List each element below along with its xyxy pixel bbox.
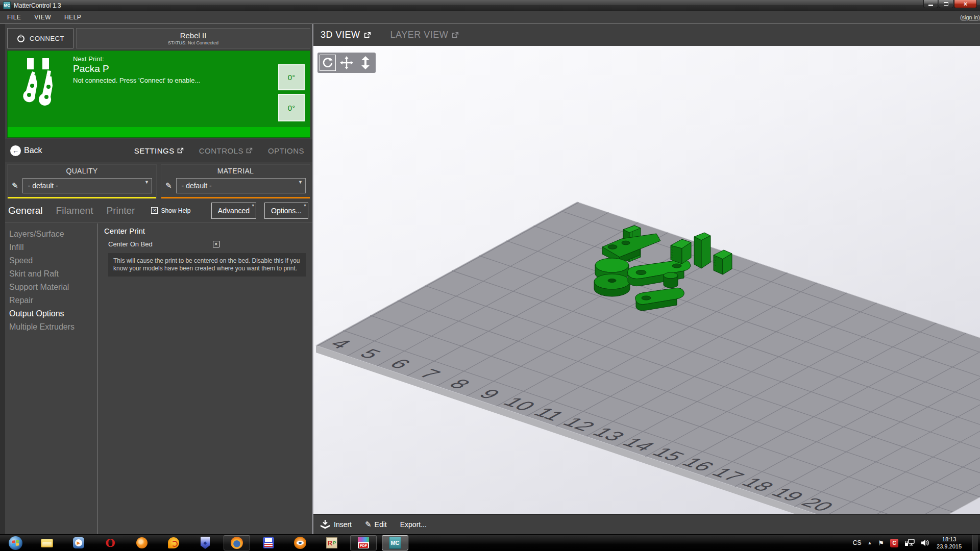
printer-selector[interactable]: Rebel II STATUS: Not Connected — [76, 28, 310, 48]
category-list: Layers/Surface Infill Speed Skirt and Ra… — [5, 222, 97, 534]
category-speed[interactable]: Speed — [8, 254, 97, 267]
title-bar[interactable]: MC MatterControl 1.3 × — [0, 0, 980, 11]
extruder-temp-indicator[interactable]: 0° — [278, 64, 305, 90]
insert-button[interactable]: Insert — [320, 519, 352, 530]
category-layers-surface[interactable]: Layers/Surface — [8, 228, 97, 241]
tab-layer-view[interactable]: LAYER VIEW — [390, 30, 459, 40]
start-button[interactable] — [2, 535, 29, 550]
folder-icon — [41, 539, 53, 547]
printer-name: Rebel II — [180, 31, 207, 40]
category-detail: Center Print Center On Bed × This will c… — [98, 222, 312, 534]
taskbar-opera-button[interactable]: O — [97, 535, 124, 550]
print-bed-scene: 4 5 6 7 8 9 10 11 12 13 14 15 16 — [313, 46, 980, 514]
viewport-3d[interactable]: 4 5 6 7 8 9 10 11 12 13 14 15 16 — [313, 46, 980, 514]
taskbar-mattercontrol-button[interactable]: MC — [382, 535, 408, 550]
connect-label: CONNECT — [30, 35, 64, 42]
taskbar-blender-button[interactable] — [287, 535, 313, 550]
menu-view[interactable]: VIEW — [34, 14, 51, 21]
edit-material-icon[interactable]: ✎ — [165, 181, 172, 190]
options-button[interactable]: Options... ▼ — [264, 203, 308, 219]
connect-button[interactable]: CONNECT — [7, 28, 74, 48]
taskbar-explorer-button[interactable] — [34, 535, 60, 550]
layer-view-label: LAYER VIEW — [390, 30, 449, 40]
repetier-cube-icon: RP — [326, 537, 337, 548]
show-desktop-button[interactable] — [972, 535, 978, 551]
quality-dropdown[interactable]: - default - ▼ — [22, 178, 152, 193]
antivirus-shield-icon[interactable]: C — [890, 539, 898, 547]
volume-icon[interactable] — [921, 539, 929, 547]
scale-tool-button[interactable] — [357, 55, 374, 71]
taskbar-clock[interactable]: 18:13 23.9.2015 — [937, 536, 962, 550]
menu-help[interactable]: HELP — [64, 14, 81, 21]
taskbar-save-app-button[interactable] — [255, 535, 282, 550]
play-icon: ▶ — [75, 539, 82, 546]
tab-general[interactable]: General — [8, 205, 43, 216]
rotate-tool-button[interactable] — [320, 55, 336, 71]
minimize-icon — [928, 5, 933, 6]
checkbox-checked-icon[interactable]: × — [151, 207, 158, 214]
category-skirt-raft[interactable]: Skirt and Raft — [8, 267, 97, 281]
action-center-flag-icon[interactable]: ⚑ — [878, 539, 884, 547]
edit-button[interactable]: ✎ Edit — [365, 520, 387, 529]
connection-message: Not connected. Press 'Connect' to enable… — [73, 77, 200, 84]
quality-label: QUALITY — [8, 165, 156, 177]
pdf-viewer-icon: PDF — [358, 537, 369, 548]
progress-strip — [8, 127, 310, 137]
view-tabs: 3D VIEW LAYER VIEW — [313, 24, 980, 46]
preset-row: QUALITY ✎ - default - ▼ MATERIAL ✎ — [7, 164, 310, 199]
taskbar-device-button[interactable]: ◆ — [192, 535, 218, 550]
tab-controls[interactable]: CONTROLS — [199, 146, 253, 155]
window-controls: × — [923, 0, 977, 8]
settings-label: SETTINGS — [134, 146, 175, 155]
queue-status-panel: Next Print: Packa P Not connected. Press… — [7, 51, 310, 138]
tab-printer[interactable]: Printer — [106, 205, 135, 216]
tab-3d-view[interactable]: 3D VIEW — [321, 30, 371, 40]
taskbar-firefox-button[interactable] — [224, 535, 250, 550]
network-icon[interactable] — [904, 539, 915, 547]
edit-quality-icon[interactable]: ✎ — [12, 181, 18, 190]
maximize-button[interactable] — [939, 0, 953, 8]
sign-in-link[interactable]: (sign in) — [960, 14, 980, 20]
tab-settings[interactable]: SETTINGS — [134, 146, 184, 155]
next-print-name: Packa P — [73, 63, 109, 74]
blender-icon — [294, 537, 306, 549]
orange-swirl-icon — [136, 537, 148, 548]
app-logo-icon: MC — [3, 2, 11, 9]
taskbar-repetier-button[interactable]: RP — [318, 535, 345, 550]
close-button[interactable]: × — [954, 0, 977, 8]
tab-options[interactable]: OPTIONS — [268, 146, 304, 155]
advanced-button[interactable]: Advanced ▼ — [211, 203, 256, 219]
category-multiple-extruders[interactable]: Multiple Extruders — [8, 320, 97, 334]
bed-temp-indicator[interactable]: 0° — [278, 94, 305, 121]
category-support-material[interactable]: Support Material — [8, 281, 97, 294]
category-infill[interactable]: Infill — [8, 241, 97, 254]
taskbar-xnview-button[interactable] — [160, 535, 187, 550]
printer-status: STATUS: Not Connected — [168, 40, 218, 45]
move-icon — [340, 56, 353, 69]
move-tool-button[interactable] — [338, 55, 355, 71]
options-label: OPTIONS — [268, 146, 304, 155]
taskbar-pdf-viewer-button[interactable]: PDF — [350, 535, 377, 550]
panel-nav-row: ← Back SETTINGS CONTROLS — [5, 139, 312, 162]
menu-file[interactable]: FILE — [7, 14, 21, 21]
material-dropdown[interactable]: - default - ▼ — [176, 178, 306, 193]
tab-filament[interactable]: Filament — [56, 205, 93, 216]
export-button[interactable]: Export... — [400, 520, 427, 529]
opera-icon: O — [105, 536, 115, 549]
material-accent-bar — [161, 197, 310, 198]
hidden-icons-chevron[interactable]: ▲ — [867, 540, 872, 545]
center-on-bed-checkbox[interactable]: × — [213, 241, 219, 247]
taskbar-orange-app-button[interactable] — [129, 535, 155, 550]
show-help-label: Show Help — [161, 207, 190, 214]
category-output-options[interactable]: Output Options — [8, 307, 97, 320]
language-indicator[interactable]: CS — [853, 539, 862, 546]
category-repair[interactable]: Repair — [8, 294, 97, 307]
print-bed: 4 5 6 7 8 9 10 11 12 13 14 15 16 — [316, 202, 980, 514]
minimize-button[interactable] — [923, 0, 938, 8]
taskbar-media-player-button[interactable]: ▶ — [65, 535, 92, 550]
main-area: CONNECT Rebel II STATUS: Not Connected — [0, 24, 980, 534]
options-button-label: Options... — [271, 207, 302, 215]
back-button[interactable]: ← Back — [10, 145, 42, 156]
mattercontrol-icon: MC — [389, 537, 401, 549]
show-help-toggle[interactable]: × Show Help — [151, 207, 190, 214]
